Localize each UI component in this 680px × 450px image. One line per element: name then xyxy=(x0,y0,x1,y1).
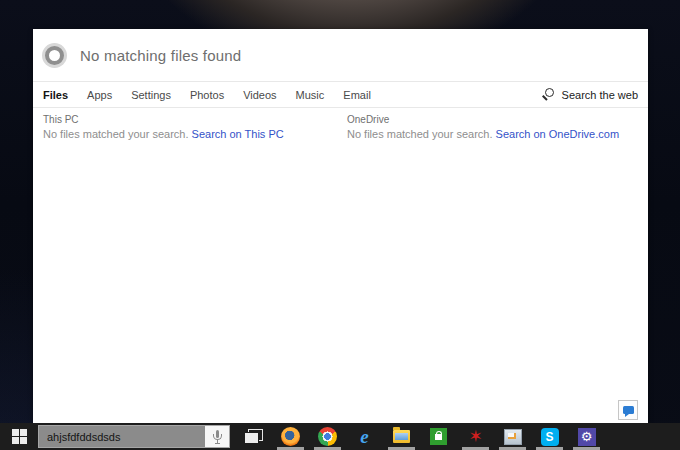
result-source-label: This PC xyxy=(43,114,284,125)
settings-button[interactable]: ⚙ xyxy=(568,423,605,450)
tab-settings[interactable]: Settings xyxy=(131,89,171,101)
search-filter-tabs: Files Apps Settings Photos Videos Music … xyxy=(33,81,648,108)
search-status-text: No matching files found xyxy=(80,47,241,64)
red-app-button[interactable]: ✶ xyxy=(457,423,494,450)
skype-icon: S xyxy=(541,428,559,446)
firefox-icon xyxy=(281,427,300,446)
taskbar-search-box xyxy=(38,425,230,448)
search-on-this-pc-link[interactable]: Search on This PC xyxy=(192,128,284,140)
taskbar-search-input[interactable] xyxy=(39,426,205,447)
tab-videos[interactable]: Videos xyxy=(243,89,276,101)
chrome-button[interactable] xyxy=(309,423,346,450)
red-app-icon: ✶ xyxy=(468,428,482,445)
tab-email[interactable]: Email xyxy=(343,89,371,101)
skype-button[interactable]: S xyxy=(531,423,568,450)
photo-viewer-icon xyxy=(504,429,522,445)
chrome-icon xyxy=(318,427,337,446)
settings-icon: ⚙ xyxy=(578,428,596,446)
tab-files[interactable]: Files xyxy=(43,89,68,101)
task-view-button[interactable] xyxy=(235,423,272,450)
result-group-onedrive: OneDrive No files matched your search. S… xyxy=(347,114,619,140)
feedback-bubble-icon xyxy=(623,406,634,414)
result-group-this-pc: This PC No files matched your search. Se… xyxy=(43,114,284,140)
feedback-button[interactable] xyxy=(618,400,638,420)
magnifier-icon xyxy=(541,88,555,101)
firefox-button[interactable] xyxy=(272,423,309,450)
no-files-message: No files matched your search. xyxy=(43,128,189,140)
search-results-panel: No matching files found Files Apps Setti… xyxy=(33,29,648,423)
cortana-ring-icon xyxy=(45,46,64,65)
start-button[interactable] xyxy=(0,423,38,450)
task-view-icon xyxy=(244,429,263,444)
tab-music[interactable]: Music xyxy=(296,89,325,101)
internet-explorer-icon: e xyxy=(360,427,368,446)
search-the-web-label: Search the web xyxy=(562,89,638,101)
no-files-message: No files matched your search. xyxy=(347,128,493,140)
taskbar: e ✶ S ⚙ xyxy=(0,423,680,450)
internet-explorer-button[interactable]: e xyxy=(346,423,383,450)
windows-logo-icon xyxy=(12,429,27,444)
search-panel-header: No matching files found xyxy=(33,29,648,81)
tab-photos[interactable]: Photos xyxy=(190,89,224,101)
taskbar-app-icons: e ✶ S ⚙ xyxy=(235,423,605,450)
search-on-onedrive-link[interactable]: Search on OneDrive.com xyxy=(496,128,620,140)
microphone-icon xyxy=(212,430,223,444)
search-the-web-button[interactable]: Search the web xyxy=(541,88,638,101)
file-explorer-button[interactable] xyxy=(383,423,420,450)
file-explorer-icon xyxy=(393,430,410,443)
microphone-button[interactable] xyxy=(205,426,229,447)
result-source-label: OneDrive xyxy=(347,114,619,125)
tab-apps[interactable]: Apps xyxy=(87,89,112,101)
photo-viewer-button[interactable] xyxy=(494,423,531,450)
store-icon xyxy=(430,428,447,445)
store-button[interactable] xyxy=(420,423,457,450)
